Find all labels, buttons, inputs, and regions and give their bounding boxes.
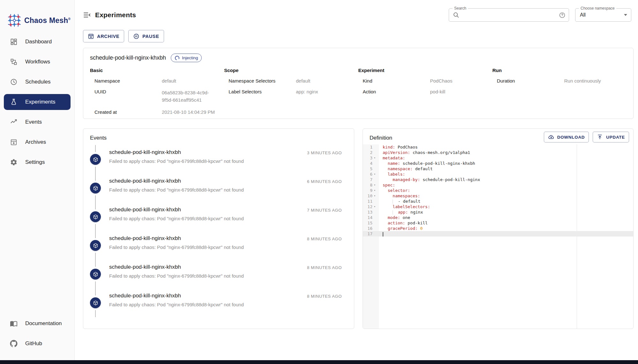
field-value: default (296, 78, 358, 84)
main-content: Experiments Search Choose namespace (75, 0, 638, 364)
podchaos-cube-icon (90, 269, 101, 280)
event-name: schedule-pod-kill-nginx-khxbh (109, 207, 244, 213)
section-title: Basic (90, 68, 224, 73)
sidebar-item-label: Settings (25, 159, 45, 165)
timeline-connector (95, 231, 96, 238)
event-item[interactable]: schedule-pod-kill-nginx-khxbh Failed to … (90, 202, 347, 231)
field-label: Kind (363, 78, 430, 84)
timeline-connector (95, 310, 96, 317)
event-timestamp: 8 MINUTES AGO (307, 288, 347, 317)
code-line[interactable]: 13 app: nginx (363, 209, 633, 215)
sidebar-item-label: Documentation (25, 320, 62, 327)
code-line[interactable]: 5 namespace: default (363, 166, 633, 171)
event-timestamp: 3 MINUTES AGO (307, 145, 347, 174)
clock-icon (10, 78, 18, 86)
timeline-connector (95, 145, 96, 152)
search-input[interactable] (460, 12, 559, 18)
bottom-window-edge (0, 360, 638, 364)
cloud-download-icon (548, 134, 554, 140)
code-line[interactable]: 12▾ labelSelectors: (363, 204, 633, 209)
code-line[interactable]: 10▾ namespaces: (363, 193, 633, 199)
update-button-label: UPDATE (606, 135, 625, 140)
event-name: schedule-pod-kill-nginx-khxbh (109, 235, 244, 242)
sidebar-item-archives[interactable]: Archives (4, 134, 71, 150)
event-message: Failed to apply chaos: Pod "nginx-6799fc… (109, 216, 244, 221)
trending-icon (10, 118, 18, 126)
workflows-icon (10, 58, 18, 66)
code-line[interactable]: 11 - default (363, 199, 633, 204)
event-item[interactable]: schedule-pod-kill-nginx-khxbh Failed to … (90, 260, 347, 288)
podchaos-cube-icon (90, 297, 101, 308)
event-name: schedule-pod-kill-nginx-khxbh (109, 178, 244, 184)
help-icon[interactable] (559, 12, 566, 18)
sidebar-item-documentation[interactable]: Documentation (4, 316, 71, 331)
search-field[interactable]: Search (449, 8, 569, 22)
code-line[interactable]: 16 gracePeriod: 0 (363, 226, 633, 231)
sidebar-item-label: Experiments (25, 99, 55, 105)
timeline-connector (95, 288, 96, 295)
code-line[interactable]: 8▾spec: (363, 182, 633, 188)
upload-icon (597, 134, 603, 140)
section-basic: Basic Namespace default UUID 06a5823b-82… (90, 68, 224, 115)
code-line[interactable]: 6▾ labels: (363, 171, 633, 177)
update-button[interactable]: UPDATE (593, 132, 629, 142)
event-body: schedule-pod-kill-nginx-khxbh Failed to … (109, 145, 244, 174)
event-item[interactable]: schedule-pod-kill-nginx-khxbh Failed to … (90, 231, 347, 260)
pause-button[interactable]: PAUSE (128, 30, 164, 42)
code-line[interactable]: 14 mode: one (363, 215, 633, 220)
event-timestamp: 6 MINUTES AGO (307, 174, 347, 202)
sidebar-item-experiments[interactable]: Experiments (4, 94, 71, 110)
collapse-sidebar-icon[interactable] (83, 11, 91, 19)
sidebar-item-schedules[interactable]: Schedules (4, 74, 71, 90)
sidebar-item-events[interactable]: Events (4, 114, 71, 130)
code-lines: 1kind: PodChaos2apiVersion: chaos-mesh.o… (363, 144, 633, 237)
flask-icon (10, 98, 18, 106)
event-item[interactable]: schedule-pod-kill-nginx-khxbh Failed to … (90, 288, 347, 317)
mesh-logo-icon (8, 14, 21, 27)
definition-panel: Definition DOWNLOAD (363, 128, 634, 329)
sidebar-item-workflows[interactable]: Workflows (4, 54, 71, 70)
event-body: schedule-pod-kill-nginx-khxbh Failed to … (109, 288, 244, 317)
code-line[interactable]: 1kind: PodChaos (363, 144, 633, 150)
timeline-rail (90, 145, 101, 174)
dashboard-icon (10, 38, 18, 46)
gear-icon (10, 158, 18, 166)
code-line[interactable]: 2apiVersion: chaos-mesh.org/v1alpha1 (363, 150, 633, 155)
yaml-editor[interactable]: 1kind: PodChaos2apiVersion: chaos-mesh.o… (363, 144, 633, 329)
timeline-rail (90, 288, 101, 317)
pause-icon (133, 33, 139, 40)
sidebar-item-github[interactable]: GitHub (4, 336, 71, 352)
code-line[interactable]: 3▾metadata: (363, 155, 633, 161)
archive-button-icon (88, 33, 94, 40)
field-label: Namespace (94, 78, 162, 84)
code-line[interactable]: 4 name: schedule-pod-kill-nginx-khxbh (363, 161, 633, 166)
sidebar: Chaos Mesh® Dashboard Workflows (0, 0, 75, 364)
sidebar-item-label: Dashboard (25, 39, 52, 45)
field-label: UUID (94, 89, 162, 94)
archive-button[interactable]: ARCHIVE (83, 30, 124, 42)
event-item[interactable]: schedule-pod-kill-nginx-khxbh Failed to … (90, 145, 347, 174)
timeline-rail (90, 231, 101, 260)
header: Experiments Search Choose namespace (75, 0, 638, 24)
event-item[interactable]: schedule-pod-kill-nginx-khxbh Failed to … (90, 174, 347, 202)
podchaos-cube-icon (90, 154, 101, 165)
sidebar-nav: Dashboard Workflows Schedules (0, 32, 74, 170)
event-timestamp: 8 MINUTES AGO (307, 231, 347, 260)
code-line[interactable]: 17 (363, 231, 633, 237)
podchaos-cube-icon (90, 183, 101, 193)
namespace-select-label: Choose namespace (579, 6, 616, 11)
pause-button-label: PAUSE (142, 34, 159, 39)
field-value: PodChaos (430, 78, 492, 84)
code-line[interactable]: 9▾ selector: (363, 188, 633, 193)
event-timestamp: 8 MINUTES AGO (307, 260, 347, 288)
sidebar-item-dashboard[interactable]: Dashboard (4, 34, 71, 50)
event-body: schedule-pod-kill-nginx-khxbh Failed to … (109, 202, 244, 231)
events-panel: Events (83, 128, 354, 329)
event-message: Failed to apply chaos: Pod "nginx-6799fc… (109, 302, 244, 307)
code-line[interactable]: 7 managed-by: schedule-pod-kill-nginx (363, 177, 633, 182)
code-line[interactable]: 15 action: pod-kill (363, 220, 633, 226)
sidebar-item-settings[interactable]: Settings (4, 154, 71, 170)
section-scope: Scope Namespace Selectors default Label … (224, 68, 358, 115)
namespace-select[interactable]: Choose namespace All (575, 8, 631, 22)
download-button[interactable]: DOWNLOAD (544, 132, 589, 142)
